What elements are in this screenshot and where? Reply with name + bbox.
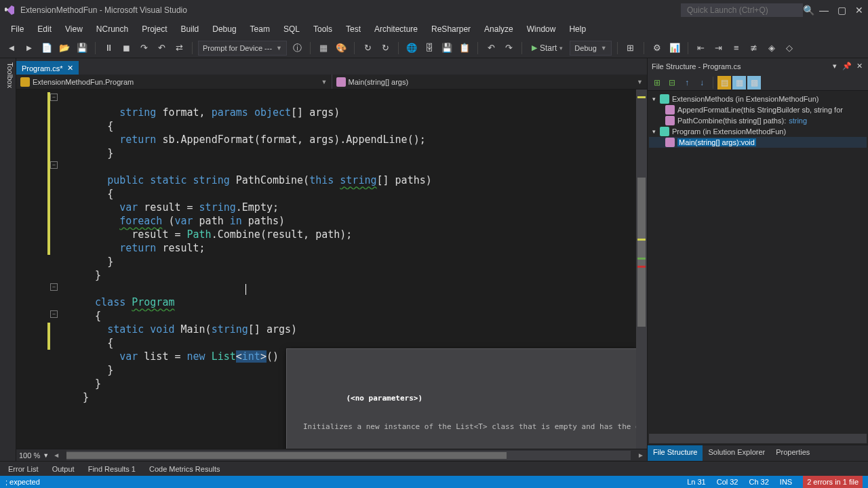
- view-icon[interactable]: ▩: [747, 76, 761, 89]
- tab-code-metrics[interactable]: Code Metrics Results: [142, 463, 227, 475]
- expand-icon[interactable]: ⊞: [650, 76, 664, 89]
- fold-toggle[interactable]: −: [50, 161, 58, 169]
- document-tab[interactable]: Program.cs* ✕: [16, 61, 79, 75]
- expand-toggle[interactable]: ▾: [650, 96, 657, 102]
- config-select[interactable]: Debug▼: [570, 41, 611, 56]
- menu-help[interactable]: Help: [562, 22, 593, 37]
- menu-architecture[interactable]: Architecture: [368, 22, 425, 37]
- collapse-icon[interactable]: ⊟: [665, 76, 679, 89]
- paint-icon[interactable]: 🎨: [334, 41, 349, 56]
- redo-icon[interactable]: ↷: [501, 41, 516, 56]
- misc-icon[interactable]: ⚙: [650, 41, 665, 56]
- toolbox-tab[interactable]: Toolbox: [0, 58, 16, 461]
- undo-icon[interactable]: ↶: [484, 41, 498, 56]
- tree-item-method[interactable]: AppendFormatLine(this StringBuilder sb, …: [649, 104, 867, 115]
- filter-icon[interactable]: ▤: [717, 76, 731, 89]
- device-select[interactable]: Prompt for Device ---▼: [198, 41, 287, 56]
- status-errors[interactable]: 2 errors in 1 file: [803, 476, 863, 488]
- refresh-icon[interactable]: ↻: [378, 41, 393, 56]
- bookmark-icon[interactable]: ◇: [782, 41, 797, 56]
- misc-icon[interactable]: 📊: [667, 41, 682, 56]
- separator: [477, 42, 478, 54]
- nav-member-dropdown[interactable]: Main(string[] args) ▼: [332, 75, 648, 89]
- up-icon[interactable]: ↑: [680, 76, 694, 89]
- layout-icon[interactable]: ⊞: [623, 41, 638, 56]
- tab-properties[interactable]: Properties: [770, 445, 815, 461]
- vertical-scrollbar[interactable]: [636, 89, 647, 449]
- indent-icon[interactable]: ⇤: [694, 41, 709, 56]
- class-icon: [20, 77, 30, 87]
- pin-icon[interactable]: 📌: [842, 62, 852, 71]
- menu-file[interactable]: File: [4, 22, 31, 37]
- search-icon[interactable]: 🔍: [803, 5, 812, 15]
- menu-window[interactable]: Window: [520, 22, 563, 37]
- step-icon[interactable]: ↷: [136, 41, 151, 56]
- maximize-button[interactable]: ▢: [837, 5, 846, 15]
- grid-icon[interactable]: ▦: [316, 41, 331, 56]
- code-editor[interactable]: string format, params object[] args) { r…: [62, 89, 636, 449]
- tree-item-method[interactable]: PathCombine(this string[] paths):string: [649, 115, 867, 126]
- nav-type-dropdown[interactable]: ExtensionMethodFun.Program ▼: [16, 75, 332, 89]
- pause-icon[interactable]: ⏸: [101, 41, 116, 56]
- menu-tools[interactable]: Tools: [307, 22, 339, 37]
- tab-error-list[interactable]: Error List: [1, 463, 45, 475]
- quick-launch-input[interactable]: [681, 3, 803, 17]
- menu-debug[interactable]: Debug: [205, 22, 243, 37]
- menu-ncrunch[interactable]: NCrunch: [90, 22, 135, 37]
- toggle-icon[interactable]: ⇄: [172, 41, 186, 56]
- tab-file-structure[interactable]: File Structure: [648, 445, 703, 461]
- info-icon[interactable]: ⓘ: [290, 41, 304, 56]
- close-tab-icon[interactable]: ✕: [67, 64, 73, 73]
- sort-icon[interactable]: ▦: [732, 76, 746, 89]
- save-all-icon[interactable]: 💾: [439, 41, 454, 56]
- open-icon[interactable]: 📂: [57, 41, 72, 56]
- fold-toggle[interactable]: −: [50, 310, 58, 318]
- comment-icon[interactable]: ≡: [729, 41, 744, 56]
- menu-edit[interactable]: Edit: [31, 22, 58, 37]
- new-project-icon[interactable]: 📄: [39, 41, 54, 56]
- menu-team[interactable]: Team: [243, 22, 277, 37]
- stop-icon[interactable]: ◼: [119, 41, 134, 56]
- method-icon: [665, 105, 675, 115]
- panel-menu-icon[interactable]: ▾: [830, 62, 840, 71]
- menu-analyze[interactable]: Analyze: [477, 22, 520, 37]
- toolbar: ◄ ► 📄 📂 💾 ⏸ ◼ ↷ ↶ ⇄ Prompt for Device --…: [0, 38, 868, 58]
- bookmark-icon[interactable]: ◈: [764, 41, 779, 56]
- db-icon[interactable]: 🗄: [422, 41, 437, 56]
- menu-sql[interactable]: SQL: [277, 22, 307, 37]
- browser-icon[interactable]: 🌐: [404, 41, 419, 56]
- step-icon[interactable]: ↶: [154, 41, 169, 56]
- refresh-icon[interactable]: ↻: [360, 41, 375, 56]
- doc-icon[interactable]: 📋: [457, 41, 472, 56]
- scroll-right-icon[interactable]: ►: [637, 451, 644, 459]
- start-button[interactable]: ▶Start▾: [528, 42, 567, 54]
- tree-item-class[interactable]: ▾ Program (in ExtensionMethodFun): [649, 126, 867, 137]
- expand-toggle[interactable]: ▾: [650, 128, 657, 135]
- tab-solution-explorer[interactable]: Solution Explorer: [703, 445, 770, 461]
- tab-find-results[interactable]: Find Results 1: [81, 463, 142, 475]
- menu-build[interactable]: Build: [174, 22, 206, 37]
- menu-view[interactable]: View: [58, 22, 90, 37]
- panel-hscroll[interactable]: [649, 434, 867, 443]
- zoom-select[interactable]: 100 %▼: [19, 451, 49, 460]
- close-button[interactable]: ✕: [854, 5, 864, 15]
- tab-output[interactable]: Output: [45, 463, 81, 475]
- tree-item-method[interactable]: Main(string[] args):void: [649, 137, 867, 148]
- close-panel-icon[interactable]: ✕: [854, 62, 864, 71]
- fold-toggle[interactable]: −: [50, 283, 58, 291]
- nav-fwd-icon[interactable]: ►: [22, 41, 37, 56]
- menu-test[interactable]: Test: [339, 22, 368, 37]
- uncomment-icon[interactable]: ≢: [747, 41, 762, 56]
- save-icon[interactable]: 💾: [75, 41, 90, 56]
- horizontal-scrollbar[interactable]: [66, 451, 631, 460]
- minimize-button[interactable]: —: [819, 5, 829, 15]
- menu-project[interactable]: Project: [135, 22, 174, 37]
- nav-back-icon[interactable]: ◄: [4, 41, 19, 56]
- fold-toggle[interactable]: −: [50, 94, 58, 101]
- menu-resharper[interactable]: ReSharper: [425, 22, 477, 37]
- tree-item-class[interactable]: ▾ ExtensionMethods (in ExtensionMethodFu…: [649, 94, 867, 104]
- scroll-left-icon[interactable]: ◄: [53, 451, 60, 459]
- down-icon[interactable]: ↓: [695, 76, 709, 89]
- param-overload[interactable]: (<no parameters>) Initializes a new inst…: [287, 376, 636, 449]
- outdent-icon[interactable]: ⇥: [711, 41, 726, 56]
